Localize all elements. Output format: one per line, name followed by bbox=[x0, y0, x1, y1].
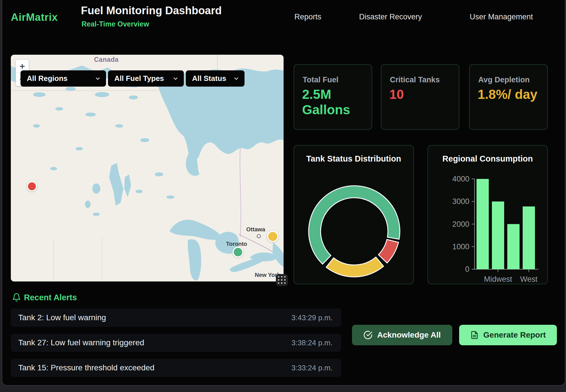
brand-logo: AirMatrix bbox=[11, 11, 58, 23]
map-country-label: Canada bbox=[94, 56, 119, 64]
stat-card-total-fuel: Total Fuel 2.5M Gallons bbox=[294, 64, 372, 130]
svg-text:3000: 3000 bbox=[452, 197, 469, 206]
alert-timestamp: 3:38:24 p.m. bbox=[291, 338, 333, 347]
svg-text:0: 0 bbox=[465, 265, 469, 273]
generate-report-button[interactable]: Generate Report bbox=[459, 325, 557, 345]
filter-fuel-types-dropdown[interactable]: All Fuel Types bbox=[108, 70, 184, 87]
acknowledge-all-label: Acknowledge All bbox=[377, 330, 441, 340]
acknowledge-all-button[interactable]: Acknowledge All bbox=[352, 325, 452, 345]
filter-fuel-types-label: All Fuel Types bbox=[114, 74, 164, 83]
page-subtitle: Real-Time Overview bbox=[82, 20, 149, 28]
page-title: Fuel Monitoring Dashboard bbox=[81, 5, 222, 17]
check-circle-icon bbox=[363, 330, 372, 340]
svg-text:2000: 2000 bbox=[452, 220, 469, 228]
alert-row[interactable]: Tank 27: Low fuel warning triggered 3:38… bbox=[11, 334, 341, 352]
stat-label: Critical Tanks bbox=[390, 75, 440, 84]
svg-text:1000: 1000 bbox=[452, 242, 469, 251]
map-marker[interactable] bbox=[27, 181, 37, 191]
dashboard-screen: AirMatrix Fuel Monitoring Dashboard Real… bbox=[0, 0, 566, 392]
stat-value: 1.8%/ day bbox=[478, 87, 540, 102]
chevron-down-icon bbox=[172, 75, 179, 82]
bell-icon bbox=[12, 293, 21, 302]
alert-row[interactable]: Tank 15: Pressure threshold exceeded 3:3… bbox=[11, 359, 341, 377]
map-filters: All Regions All Fuel Types All Status bbox=[21, 70, 245, 87]
filter-status-dropdown[interactable]: All Status bbox=[186, 70, 245, 87]
filter-status-label: All Status bbox=[192, 74, 226, 83]
file-text-icon bbox=[470, 331, 479, 339]
map-panel[interactable]: Canada Ottawa Toronto New York + − All R… bbox=[11, 55, 284, 281]
svg-text:4000: 4000 bbox=[452, 175, 469, 183]
filter-regions-dropdown[interactable]: All Regions bbox=[21, 70, 106, 87]
stat-label: Total Fuel bbox=[303, 75, 339, 84]
map-marker[interactable] bbox=[267, 231, 278, 242]
alert-row[interactable]: Tank 2: Low fuel warning 3:43:29 p.m. bbox=[11, 309, 341, 327]
svg-text:Midwest: Midwest bbox=[484, 275, 512, 283]
nav-disaster-recovery[interactable]: Disaster Recovery bbox=[359, 13, 422, 21]
alert-text: Tank 15: Pressure threshold exceeded bbox=[18, 363, 154, 372]
regional-consumption-card: Regional Consumption 01000200030004000Mi… bbox=[427, 145, 548, 284]
tank-status-donut-chart bbox=[294, 146, 414, 285]
stat-value: 2.5M Gallons bbox=[302, 87, 364, 118]
alert-text: Tank 27: Low fuel warning triggered bbox=[18, 338, 144, 347]
nav-reports[interactable]: Reports bbox=[294, 13, 321, 21]
svg-text:West: West bbox=[520, 275, 538, 283]
alerts-section-title: Recent Alerts bbox=[24, 293, 77, 302]
map-marker[interactable] bbox=[233, 247, 243, 258]
map-resize-handle[interactable] bbox=[276, 274, 288, 286]
stat-label: Avg Depletion bbox=[478, 75, 530, 84]
map-city-label-toronto: Toronto bbox=[226, 241, 247, 247]
stat-card-avg-depletion: Avg Depletion 1.8%/ day bbox=[469, 64, 548, 130]
stat-value: 10 bbox=[389, 87, 451, 102]
alert-text: Tank 2: Low fuel warning bbox=[18, 313, 106, 322]
stat-card-critical-tanks: Critical Tanks 10 bbox=[381, 64, 459, 130]
map-canvas bbox=[11, 55, 284, 281]
chevron-down-icon bbox=[233, 75, 239, 82]
chevron-down-icon bbox=[95, 75, 101, 82]
filter-regions-label: All Regions bbox=[27, 74, 68, 83]
regional-consumption-bar-chart: 01000200030004000MidwestWest bbox=[428, 146, 548, 285]
map-city-label-ottawa: Ottawa bbox=[246, 226, 265, 233]
generate-report-label: Generate Report bbox=[483, 330, 546, 340]
tank-status-card: Tank Status Distribution bbox=[294, 145, 414, 284]
alert-timestamp: 3:43:29 p.m. bbox=[291, 313, 333, 322]
town-dot-icon bbox=[257, 234, 261, 238]
nav-user-management[interactable]: User Management bbox=[470, 13, 533, 21]
alert-timestamp: 3:33:24 p.m. bbox=[291, 364, 333, 372]
